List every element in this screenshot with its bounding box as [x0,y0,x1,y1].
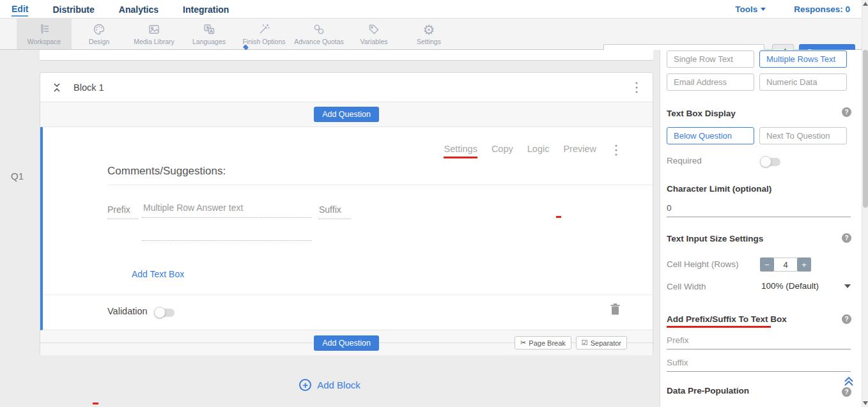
character-limit-heading: Character Limit (optional) [667,184,771,194]
validation-label: Validation [107,306,148,316]
question-card[interactable]: Settings Copy Logic Preview Comments/Sug… [40,127,653,330]
toolbar-label: Advance Quotas [294,38,344,45]
divider [107,185,668,185]
answer-row-2[interactable] [142,240,312,241]
block-menu-icon[interactable] [635,81,639,94]
separator-label: Separator [591,339,621,347]
translate-icon [203,22,215,36]
question-menu-icon[interactable] [614,144,618,159]
tab-settings[interactable]: Settings [444,144,477,158]
tools-menu[interactable]: Tools [735,4,766,14]
annotation-mark [556,216,561,218]
toolbar-item-languages[interactable]: Languages [182,19,236,49]
add-question-button-bottom[interactable]: Add Question [314,335,379,351]
cell-width-value[interactable]: 100% (Default) [761,281,819,291]
scroll-to-top-icon[interactable] [843,376,855,389]
prefix-input[interactable] [667,334,851,349]
help-icon[interactable]: ? [842,314,851,324]
page-break-button[interactable]: ✂Page Break [515,336,571,349]
toolbar-item-workspace[interactable]: Workspace [17,19,72,49]
top-nav: Edit Distribute Analytics Integration To… [0,0,868,19]
annotation-underline [667,326,771,328]
validation-toggle[interactable] [155,309,174,317]
character-limit-input[interactable] [667,202,851,217]
cell-height-label: Cell Height (Rows) [667,259,739,269]
image-icon [148,22,160,36]
required-toggle[interactable] [761,158,780,166]
question-number: Q1 [11,171,24,181]
toolbar-label: Settings [417,38,441,45]
type-single-row-text[interactable]: Single Row Text [667,50,754,68]
toolbar-item-settings[interactable]: ⚙ Settings [401,19,456,49]
nav-tabs: Edit Distribute Analytics Integration [0,1,229,17]
prefix-cell[interactable]: Prefix [107,204,138,219]
separator-button[interactable]: ☑Separator [576,336,627,349]
add-block-link[interactable]: + Add Block [0,379,660,391]
decrement-button[interactable]: − [760,257,774,272]
toolbar-label: Variables [360,38,388,45]
type-numeric-data[interactable]: Numeric Data [759,73,847,91]
display-below-question[interactable]: Below Question [667,127,754,144]
tools-label: Tools [735,4,757,14]
answer-text-input[interactable] [142,203,312,218]
tab-logic[interactable]: Logic [527,144,550,158]
page-scrollbar[interactable] [862,0,868,407]
toolbar-label: Media Library [134,38,174,45]
add-text-box-link[interactable]: Add Text Box [132,269,184,279]
scrollbar-thumb[interactable] [863,50,868,208]
questionpro-editor: Edit Distribute Analytics Integration To… [0,0,868,407]
toolbar-item-variables[interactable]: Variables [346,19,401,49]
collapse-block-icon[interactable] [52,82,62,93]
tag-icon [368,22,380,36]
text-input-size-heading: Text Input Size Settings [667,234,763,243]
toolbar-item-design[interactable]: Design [72,19,127,49]
help-icon[interactable]: ? [842,233,851,243]
cell-height-stepper: − 4 + [760,257,811,272]
toolbar-item-media-library[interactable]: Media Library [127,19,182,49]
nav-right: Tools Responses: 0 [735,4,868,14]
editor-toolbar: Workspace Design Media Library Languages [0,19,868,50]
type-email-address[interactable]: Email Address [667,73,754,91]
question-title[interactable]: Comments/Suggestions: [107,165,226,178]
prefix-suffix-heading: Add Prefix/Suffix To Text Box [667,314,787,324]
cell-height-value: 4 [774,257,797,272]
scissors-icon: ✂ [520,339,526,347]
nav-tab-integration[interactable]: Integration [183,2,229,16]
toggle-knob [760,156,771,167]
responses-link[interactable]: Responses: 0 [794,4,850,14]
add-question-button[interactable]: Add Question [314,107,379,122]
delete-question-icon[interactable] [610,303,620,318]
nav-tab-analytics[interactable]: Analytics [119,2,159,16]
data-pre-population-heading: Data Pre-Population [667,386,749,395]
gear-icon: ⚙ [423,22,435,36]
nav-tab-distribute[interactable]: Distribute [52,2,94,16]
toolbar-label: Design [89,38,110,45]
tab-copy[interactable]: Copy [492,144,513,158]
increment-button[interactable]: + [797,257,811,272]
nav-tab-edit[interactable]: Edit [12,1,28,17]
tab-preview[interactable]: Preview [563,144,596,158]
scroll-down-arrow[interactable] [863,401,868,405]
add-question-strip-top: Add Question [40,102,653,127]
palette-icon [93,22,105,36]
text-box-display-heading: Text Box Display [667,109,736,118]
suffix-input[interactable] [667,357,851,372]
toolbar-label: Finish Options [242,38,285,45]
scroll-up-arrow[interactable] [863,2,868,6]
annotation-mark [93,403,98,404]
question-tabs: Settings Copy Logic Preview [444,144,596,158]
block-panel: Block 1 Add Question Settings Copy Logic… [40,72,653,355]
plus-circle-icon: + [299,379,311,391]
toggle-knob [154,307,166,318]
strip-actions: ✂Page Break ☑Separator [515,336,627,349]
display-next-to-question[interactable]: Next To Question [759,127,847,144]
toolbar-item-advance-quotas[interactable]: Advance Quotas [291,19,346,49]
type-multiple-rows-text[interactable]: Multiple Rows Text [759,50,847,68]
magic-wand-icon [258,22,270,36]
suffix-cell[interactable]: Suffix [319,204,351,219]
chevron-down-icon[interactable] [844,284,851,288]
validation-row: Validation [43,295,654,330]
workspace-icon [38,22,50,36]
help-icon[interactable]: ? [842,107,851,117]
cell-width-label: Cell Width [667,282,706,291]
